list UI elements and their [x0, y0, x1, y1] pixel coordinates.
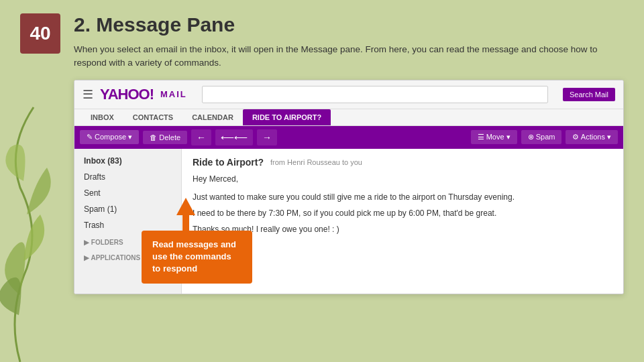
arrow-annotation	[176, 198, 195, 235]
sidebar-item-spam[interactable]: Spam (1)	[74, 201, 181, 217]
toolbar: ✎ Compose ▾ 🗑 Delete ← ⟵⟵ → ☰ Move ▾ ⊗ S…	[74, 126, 623, 149]
slide-description: When you select an email in the inbox, i…	[74, 43, 624, 70]
compose-button[interactable]: ✎ Compose ▾	[80, 130, 139, 144]
reply-button[interactable]: ←	[191, 129, 211, 145]
message-body-line1: Just wanted to make sure you could still…	[193, 191, 612, 203]
applications-label: ▶ APPLICATIONS	[84, 254, 140, 261]
message-body-line3: Thanks so much! I really owe you one! : …	[193, 223, 612, 235]
yahoo-header: ☰ YAHOO! MAIL Search Mail	[74, 80, 623, 109]
sidebar-item-sent[interactable]: Sent	[74, 185, 181, 201]
tab-ride-airport[interactable]: Ride to Airport?	[243, 109, 331, 125]
message-body-line2: I need to be there by 7:30 PM, so if you…	[193, 207, 612, 219]
message-greeting: Hey Merced,	[193, 173, 612, 186]
tooltip-box: Read messages and use the commands to re…	[142, 231, 252, 284]
sidebar-item-drafts[interactable]: Drafts	[74, 169, 181, 185]
message-subject-line: Ride to Airport? from Henri Rousseau to …	[193, 157, 612, 168]
tooltip-text: Read messages and use the commands to re…	[152, 239, 236, 274]
spam-button[interactable]: ⊗ Spam	[521, 130, 562, 144]
yahoo-mail-label: MAIL	[160, 89, 187, 99]
tab-calendar[interactable]: CALENDAR	[182, 109, 243, 125]
tab-inbox[interactable]: INBOX	[81, 109, 123, 125]
arrow-up	[176, 198, 195, 215]
hamburger-icon[interactable]: ☰	[83, 87, 93, 102]
message-subject: Ride to Airport?	[193, 157, 264, 168]
search-input[interactable]	[202, 86, 548, 103]
search-mail-button[interactable]: Search Mail	[563, 88, 615, 101]
move-button[interactable]: ☰ Move ▾	[471, 130, 517, 144]
reply-all-button[interactable]: ⟵⟵	[215, 129, 253, 145]
message-body: Hey Merced, Just wanted to make sure you…	[193, 173, 612, 235]
folders-label: ▶ FOLDERS	[84, 239, 123, 246]
tab-contacts[interactable]: CONTACTS	[123, 109, 182, 125]
slide-number: 40	[20, 13, 60, 54]
slide-title: 2. Message Pane	[74, 13, 631, 36]
sidebar-item-inbox[interactable]: Inbox (83)	[74, 153, 181, 169]
message-from: from Henri Rousseau to you	[270, 158, 362, 166]
forward-button[interactable]: →	[257, 129, 277, 145]
actions-button[interactable]: ⚙ Actions ▾	[566, 130, 618, 144]
yahoo-logo: YAHOO!	[100, 86, 154, 103]
content-area: 2. Message Pane When you select an email…	[74, 13, 631, 349]
mail-mockup: ☰ YAHOO! MAIL Search Mail INBOX CONTACTS…	[74, 80, 624, 294]
delete-button[interactable]: 🗑 Delete	[143, 131, 187, 144]
nav-tabs: INBOX CONTACTS CALENDAR Ride to Airport?	[74, 109, 623, 126]
